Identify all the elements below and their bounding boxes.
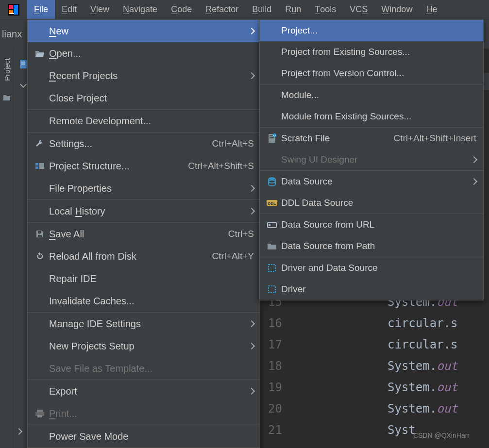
shortcut: Ctrl+Alt+S (212, 138, 254, 149)
file-menu-item-file-properties[interactable]: File Properties (28, 177, 260, 199)
chevron-right-icon (246, 319, 254, 328)
new-menu-item-scratch-file[interactable]: Scratch FileCtrl+Alt+Shift+Insert (260, 128, 483, 149)
menu-label: DDL Data Source (281, 198, 476, 208)
code-line: System.out (388, 377, 458, 398)
file-menu-item-power-save-mode[interactable]: Power Save Mode (28, 425, 260, 448)
file-menu-item-manage-ide-settings[interactable]: Manage IDE Settings (28, 313, 260, 335)
new-menu-item-driver-and-data-source[interactable]: Driver and Data Source (260, 257, 483, 279)
menu-vcs[interactable]: VCS (343, 0, 374, 19)
menu-label: New Projects Setup (49, 341, 246, 352)
folder-icon (3, 93, 11, 100)
file-menu-item-print: Print... (28, 402, 260, 425)
file-menu-item-export[interactable]: Export (28, 380, 260, 402)
menu-navigate[interactable]: Navigate (116, 0, 164, 19)
menu-label: Data Source from URL (281, 219, 476, 230)
menu-label: Save All (49, 229, 223, 240)
driver-ds-icon (266, 264, 278, 272)
new-menu-item-ddl-data-source[interactable]: DDLDDL Data Source (260, 192, 483, 214)
new-menu-item-module[interactable]: Module... (260, 84, 483, 106)
file-menu-item-reload-all-from-disk[interactable]: Reload All from DiskCtrl+Alt+Y (28, 245, 260, 267)
file-menu-item-local-history[interactable]: Local History (28, 200, 260, 222)
menu-label: Repair IDE (49, 273, 254, 284)
svg-rect-7 (21, 64, 25, 65)
menu-refactor[interactable]: Refactor (199, 0, 245, 19)
file-icon[interactable] (19, 59, 28, 71)
menu-he[interactable]: He (419, 0, 444, 19)
chevron-right-icon (469, 155, 476, 164)
line-number: 21 (263, 419, 292, 441)
menu-label: Driver (281, 284, 476, 295)
menu-label: Open... (49, 48, 254, 59)
code-line: circular.s (388, 334, 458, 355)
shortcut: Ctrl+Alt+Shift+S (188, 161, 254, 171)
new-submenu: Project...Project from Existing Sources.… (259, 19, 484, 300)
menu-label: Save File as Template... (49, 363, 254, 374)
menu-label: Power Save Mode (49, 431, 254, 442)
file-menu-item-new[interactable]: New (28, 20, 260, 42)
menu-label: Data Source (281, 176, 469, 187)
menu-build[interactable]: Build (245, 0, 278, 19)
menu-label: Data Source from Path (281, 241, 476, 251)
menu-tools[interactable]: Tools (308, 0, 343, 19)
code-line: System.out (388, 355, 458, 377)
new-menu-item-data-source[interactable]: Data Source (260, 171, 483, 192)
shortcut: Ctrl+Alt+Shift+Insert (393, 133, 476, 144)
chevron-right-icon (469, 177, 476, 186)
menu-label: Driver and Data Source (281, 263, 476, 273)
chevron-right-icon (246, 387, 254, 396)
menu-label: Project... (281, 25, 476, 36)
svg-rect-9 (35, 166, 38, 169)
menu-label: Manage IDE Settings (49, 318, 246, 330)
file-menu-item-remote-development[interactable]: Remote Development... (28, 110, 260, 132)
menu-label: Project from Existing Sources... (281, 47, 476, 57)
menu-window[interactable]: Window (374, 0, 419, 19)
new-menu-item-project-from-version-control[interactable]: Project from Version Control... (260, 63, 483, 84)
file-menu-item-project-structure[interactable]: Project Structure...Ctrl+Alt+Shift+S (28, 155, 260, 177)
menu-label: Print... (49, 408, 254, 419)
file-menu-item-save-all[interactable]: Save AllCtrl+S (28, 223, 260, 245)
svg-rect-25 (269, 224, 270, 226)
svg-rect-1 (9, 5, 13, 9)
chevron-down-icon[interactable] (21, 79, 26, 89)
menu-edit[interactable]: Edit (55, 0, 84, 19)
svg-rect-6 (21, 62, 25, 63)
new-menu-item-data-source-from-path[interactable]: Data Source from Path (260, 235, 483, 257)
file-menu-item-close-project[interactable]: Close Project (28, 87, 260, 109)
menu-view[interactable]: View (84, 0, 116, 19)
new-menu-item-module-from-existing-sources[interactable]: Module from Existing Sources... (260, 106, 483, 127)
line-number: 19 (263, 377, 292, 398)
line-number: 20 (263, 398, 292, 419)
menu-run[interactable]: Run (278, 0, 308, 19)
chevron-right-icon (246, 342, 254, 350)
file-menu-item-repair-ide[interactable]: Repair IDE (28, 267, 260, 290)
svg-rect-18 (270, 137, 274, 138)
shortcut: Ctrl+Alt+Y (212, 251, 254, 262)
file-menu-item-new-projects-setup[interactable]: New Projects Setup (28, 335, 260, 357)
menu-label: Close Project (49, 93, 254, 104)
menu-label: File Properties (49, 183, 246, 194)
menu-label: Recent Projects (49, 70, 246, 82)
new-menu-item-data-source-from-url[interactable]: Data Source from URL (260, 214, 483, 235)
driver-icon (266, 285, 278, 294)
file-menu-item-save-file-as-template: Save File as Template... (28, 357, 260, 380)
file-menu-item-recent-projects[interactable]: Recent Projects (28, 65, 260, 87)
new-menu-item-driver[interactable]: Driver (260, 279, 483, 300)
new-menu-item-project-from-existing-sources[interactable]: Project from Existing Sources... (260, 41, 483, 63)
menu-code[interactable]: Code (164, 0, 199, 19)
menubar: FileEditViewNavigateCodeRefactorBuildRun… (0, 0, 489, 19)
project-tool-label[interactable]: Project (3, 58, 11, 81)
print-icon (34, 409, 46, 418)
chevron-right-icon (246, 71, 254, 80)
file-menu-item-open[interactable]: Open... (28, 42, 260, 65)
db-icon (266, 177, 278, 186)
file-menu-item-invalidate-caches[interactable]: Invalidate Caches... (28, 290, 260, 312)
svg-rect-12 (38, 235, 42, 237)
code-line: circular.s (388, 313, 458, 334)
expand-icon[interactable] (17, 426, 21, 436)
new-menu-item-project[interactable]: Project... (260, 20, 483, 41)
file-menu-item-settings[interactable]: Settings...Ctrl+Alt+S (28, 133, 260, 155)
scratch-icon (266, 133, 278, 143)
svg-rect-13 (37, 410, 43, 412)
menu-file[interactable]: File (27, 0, 55, 19)
menu-label: Module... (281, 90, 476, 100)
